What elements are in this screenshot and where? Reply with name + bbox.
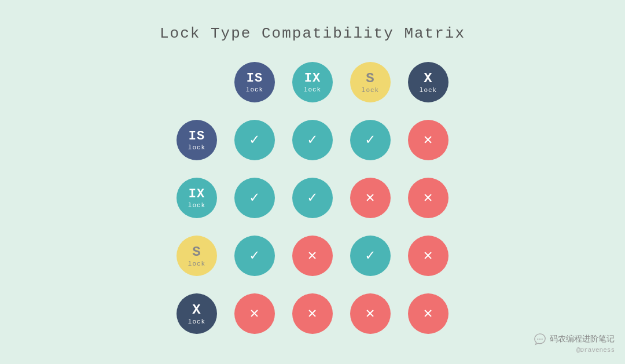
matrix-cell: IXlock <box>171 172 223 224</box>
matrix-cell: ✕ <box>344 288 396 340</box>
matrix-cell: ISlock <box>229 56 281 108</box>
matrix-cell: ✕ <box>229 288 281 340</box>
matrix-cell: ✓ <box>286 172 339 224</box>
matrix-cell: ✕ <box>344 172 396 224</box>
matrix-cell: Slock <box>344 56 396 108</box>
watermark-text: 码农编程进阶笔记 <box>550 334 615 344</box>
watermark: 码农编程进阶笔记 @Draveness <box>534 333 615 354</box>
watermark-main: 码农编程进阶笔记 <box>534 333 615 345</box>
matrix-cell: ✕ <box>402 114 454 166</box>
wechat-icon <box>534 333 546 345</box>
matrix-cell: ✕ <box>286 230 339 282</box>
compatibility-matrix: ISlockIXlockSlockXlockISlock✓✓✓✕IXlock✓✓… <box>171 56 454 340</box>
svg-point-2 <box>542 339 543 340</box>
matrix-cell: Xlock <box>171 288 223 340</box>
matrix-cell: ✓ <box>286 114 339 166</box>
matrix-cell: ✓ <box>229 230 281 282</box>
matrix-cell: ✓ <box>229 114 281 166</box>
watermark-sub: @Draveness <box>576 347 615 354</box>
matrix-cell: Slock <box>171 230 223 282</box>
matrix-cell: Xlock <box>402 56 454 108</box>
matrix-cell: ✕ <box>402 172 454 224</box>
matrix-cell: IXlock <box>286 56 339 108</box>
matrix-cell: ✕ <box>286 288 339 340</box>
matrix-cell: ✓ <box>344 114 396 166</box>
svg-point-0 <box>537 339 538 340</box>
matrix-cell: ✕ <box>402 288 454 340</box>
matrix-cell: ISlock <box>171 114 223 166</box>
svg-point-1 <box>539 339 541 340</box>
main-container: Lock Type Compatibility Matrix ISlockIXl… <box>160 25 465 340</box>
page-title: Lock Type Compatibility Matrix <box>160 25 465 42</box>
matrix-cell: ✓ <box>229 172 281 224</box>
matrix-cell: ✕ <box>402 230 454 282</box>
matrix-cell: ✓ <box>344 230 396 282</box>
